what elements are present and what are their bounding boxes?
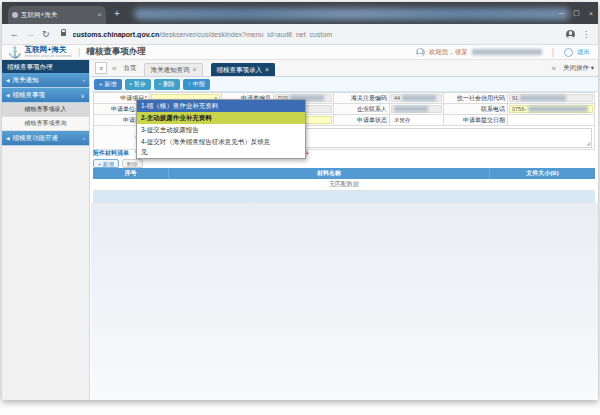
tab-label: 海关通知查询 <box>150 64 189 76</box>
caret-down-icon: ▾ <box>591 64 594 71</box>
window-controls: ─ ▢ × <box>559 2 593 24</box>
scroll-left-icon[interactable]: « <box>112 64 116 73</box>
sidebar-item-audit-matters[interactable]: ◀ 稽核查事项 ∨ <box>2 88 89 103</box>
trash-icon: ▫ <box>159 79 161 90</box>
sidebar-item-label: 海关通知 <box>12 76 83 85</box>
close-operations-dropdown[interactable]: 关闭操作 ▾ <box>563 64 594 73</box>
header-divider: | <box>78 47 80 57</box>
customs-reg-field-cell: 44 <box>390 93 444 104</box>
contact-person-value <box>391 105 442 113</box>
url-bar: ← → ↻ customs.chinaport.gov.cn/deskserve… <box>2 24 598 45</box>
save-icon: ▪ <box>130 79 132 90</box>
temp-save-button[interactable]: ▪暂存 <box>125 79 151 90</box>
sidebar-item-audit-activation[interactable]: ◀ 稽核查功能开通 ‹ <box>2 131 89 146</box>
dropdown-option-2[interactable]: 2-主动披露作业补充资料 <box>137 112 305 124</box>
add-button[interactable]: +新增 <box>94 79 122 90</box>
page-title: 稽核查事项办理 <box>86 46 146 58</box>
empty-content-area <box>91 203 598 400</box>
resize-handle-icon[interactable]: ◢ <box>586 141 590 146</box>
browser-tab-title: 互联网+海关 <box>21 11 94 20</box>
uscc-field-cell: 91 <box>508 93 595 104</box>
redacted-username <box>472 49 542 55</box>
uscc-label: 统一社会信用代码 <box>444 93 508 104</box>
sidebar-item-customs-notice[interactable]: ◀ 海关通知 ‹ <box>2 73 89 88</box>
apply-item-dropdown: 1-稽（核）查作业补充资料 2-主动披露作业补充资料 3-提交主动披露报告 4-… <box>136 99 306 159</box>
column-header-index: 序号 <box>93 168 169 179</box>
home-tab[interactable]: 首页 <box>123 64 136 73</box>
tab-audit-entry[interactable]: 稽核查事项录入 × <box>211 63 276 76</box>
dropdown-option-4[interactable]: 4-提交对（海关稽查报告征求意见书）反馈意见 <box>137 136 305 158</box>
submit-date-label: 申请单提交日期 <box>444 115 508 126</box>
chevron-expanded-icon: ∨ <box>81 92 85 99</box>
profile-icon[interactable] <box>566 30 575 39</box>
new-tab-button[interactable]: + <box>114 7 120 21</box>
form-toolbar: +新增 ▪暂存 ▫删除 ↑申报 <box>91 77 598 92</box>
declare-button[interactable]: ↑申报 <box>183 79 210 90</box>
sidebar-title: 稽核查事项办理 <box>2 60 89 73</box>
attachment-add-button[interactable]: + 新增 <box>93 159 119 168</box>
back-icon[interactable]: ← <box>10 29 19 39</box>
sidebar-item-label: 稽核查功能开通 <box>12 134 83 143</box>
close-window-button[interactable]: × <box>589 10 593 17</box>
customs-reg-value: 44 <box>391 94 442 102</box>
address-field[interactable]: customs.chinaport.gov.cn/deskserver/cus/… <box>73 31 559 38</box>
maximize-button[interactable]: ▢ <box>573 9 580 17</box>
header-right: 欢迎您，张某 | 退出 <box>416 47 590 57</box>
redacted-value <box>394 106 428 112</box>
speaker-icon: ◀ <box>6 93 9 98</box>
logo-block: 互联网+海关 Internet plus of customs <box>25 46 72 58</box>
plus-icon: + <box>99 79 103 90</box>
attachment-table: 序号 材料名称 文件大小(B) 无匹配数据 <box>93 168 595 204</box>
redacted-area <box>134 8 570 20</box>
empty-table-message: 无匹配数据 <box>93 179 595 191</box>
minimize-button[interactable]: ─ <box>559 10 564 17</box>
forward-icon[interactable]: → <box>26 29 35 39</box>
url-domain: customs.chinaport.gov.cn <box>73 31 160 38</box>
attachment-section-label: 附件材料清单 <box>93 149 129 158</box>
sidebar-item-audit-entry[interactable]: 稽核查事项录入 <box>2 103 89 117</box>
logo-subtitle: Internet plus of customs <box>25 54 72 58</box>
up-arrow-icon: ↑ <box>188 79 191 90</box>
column-header-size: 文件大小(B) <box>490 168 595 179</box>
contact-phone-field-cell: 0756- <box>508 104 595 115</box>
delete-button[interactable]: ▫删除 <box>154 79 180 90</box>
button-label: 申报 <box>193 79 205 90</box>
contact-phone-input[interactable]: 0756- <box>509 105 593 113</box>
hamburger-icon[interactable]: ≡ <box>95 62 107 74</box>
sidebar-item-audit-query[interactable]: 稽核查事项查询 <box>2 117 89 131</box>
apply-status-label: 申请单状态 <box>334 115 390 126</box>
site-favicon-icon <box>12 12 18 18</box>
plus-icon: + <box>98 161 101 167</box>
column-header-name: 材料名称 <box>169 168 490 179</box>
browser-tab[interactable]: 互联网+海关 × <box>8 6 106 24</box>
sidebar: 稽核查事项办理 ◀ 海关通知 ‹ ◀ 稽核查事项 ∨ 稽核查事项录入 稽核查事项… <box>2 60 90 400</box>
tab-customs-notice-query[interactable]: 海关通知查询 × <box>144 63 202 76</box>
scroll-right-icon[interactable]: » <box>551 64 555 73</box>
apply-status-field-cell: 未暂存 <box>390 115 444 126</box>
customs-logo-icon: ⚓ <box>8 46 22 58</box>
tab-label: 稽核查事项录入 <box>217 64 263 76</box>
tab-strip-right: » 关闭操作 ▾ <box>546 60 594 77</box>
uscc-value: 91 <box>509 94 593 102</box>
user-avatar-icon <box>416 48 425 57</box>
speaker-icon: ◀ <box>6 136 9 141</box>
app-header: ⚓ 互联网+海关 Internet plus of customs | 稽核查事… <box>2 45 598 60</box>
dropdown-option-3[interactable]: 3-提交主动披露报告 <box>137 124 305 136</box>
close-icon[interactable]: × <box>265 64 269 76</box>
contact-phone-label: 联系电话 <box>444 104 508 115</box>
submit-date-field-cell <box>508 115 595 126</box>
logout-button[interactable]: 退出 <box>577 48 590 57</box>
contact-person-label: 企业联系人 <box>334 104 390 115</box>
browser-menu-icon[interactable]: ⋮ <box>582 30 590 39</box>
tab-close-icon[interactable]: × <box>97 11 102 19</box>
redacted-value <box>520 95 566 101</box>
power-icon <box>564 48 573 57</box>
redacted-value <box>528 106 588 112</box>
browser-window: 互联网+海关 × + ─ ▢ × ← → ↻ customs.chinaport… <box>2 2 598 400</box>
attachment-delete-button[interactable]: 删除 <box>122 159 143 168</box>
url-path: /deskserver/cus/deskIndex?menu_id=audit_… <box>159 31 332 38</box>
reload-icon[interactable]: ↻ <box>42 29 50 39</box>
speaker-icon: ◀ <box>6 78 9 83</box>
dropdown-option-1[interactable]: 1-稽（核）查作业补充资料 <box>137 100 305 112</box>
close-icon[interactable]: × <box>192 64 196 76</box>
